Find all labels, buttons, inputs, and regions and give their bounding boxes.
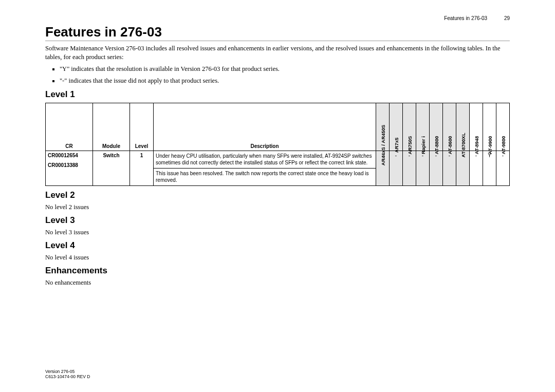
- val-cell: Y: [483, 151, 496, 185]
- th-product-0: AR44xS / AR450S: [376, 103, 390, 151]
- th-product-1: AR7x5: [390, 103, 403, 151]
- level2-body: No level 2 issues: [45, 203, 510, 211]
- th-product-9: AT-9800: [496, 103, 510, 151]
- th-level: Level: [130, 103, 154, 151]
- th-module: Module: [93, 103, 130, 151]
- features-table: CR Module Level Description AR44xS / AR4…: [45, 103, 510, 186]
- level2-heading: Level 2: [45, 190, 510, 200]
- page-number: 29: [504, 15, 510, 21]
- th-product-4: AT-8800: [430, 103, 443, 151]
- page-footer: Version 276-05 C613-10474-00 REV D: [45, 369, 90, 380]
- val-cell: -: [390, 151, 403, 185]
- running-header: Features in 276-03: [444, 15, 487, 21]
- enhancements-body: No enhancements: [45, 279, 510, 287]
- list-item: "-" indicates that the issue did not app…: [60, 77, 510, 85]
- th-product-3: Rapier i: [416, 103, 430, 151]
- page-title: Features in 276-03: [45, 24, 510, 41]
- module-cell: Switch: [93, 151, 130, 185]
- th-product-7: AT-8948: [470, 103, 483, 151]
- enhancements-heading: Enhancements: [45, 266, 510, 276]
- th-cr: CR: [46, 103, 93, 151]
- th-product-2: AR750S: [403, 103, 416, 151]
- val-cell: -: [470, 151, 483, 185]
- cr-cell: CR00012654 CR00013388: [46, 151, 93, 185]
- val-cell: -: [443, 151, 456, 185]
- th-description: Description: [154, 103, 376, 151]
- list-item: "Y" indicates that the resolution is ava…: [60, 65, 510, 73]
- footer-version: Version 276-05: [45, 369, 90, 375]
- description-cell-2: This issue has been resolved. The switch…: [154, 168, 376, 185]
- val-cell: -: [403, 151, 416, 185]
- val-cell: -: [496, 151, 510, 185]
- intro-text: Software Maintenance Version 276-03 incl…: [45, 44, 510, 62]
- level1-heading: Level 1: [45, 89, 510, 100]
- level3-body: No level 3 issues: [45, 229, 510, 236]
- footer-docid: C613-10474-00 REV D: [45, 374, 90, 380]
- level4-body: No level 4 issues: [45, 254, 510, 262]
- description-cell-1: Under heavy CPU utilisation, particularl…: [154, 151, 376, 168]
- th-product-5: AT-8600: [443, 103, 456, 151]
- level-cell: 1: [130, 151, 154, 185]
- val-cell: -: [430, 151, 443, 185]
- level4-heading: Level 4: [45, 240, 510, 251]
- th-product-6: AT-8700XL: [456, 103, 470, 151]
- notes-list: "Y" indicates that the resolution is ava…: [60, 65, 510, 85]
- level3-heading: Level 3: [45, 215, 510, 226]
- th-product-8: AT-9900: [483, 103, 496, 151]
- val-cell: -: [416, 151, 430, 185]
- table-row: CR00012654 CR00013388 Switch 1 Under hea…: [46, 151, 510, 168]
